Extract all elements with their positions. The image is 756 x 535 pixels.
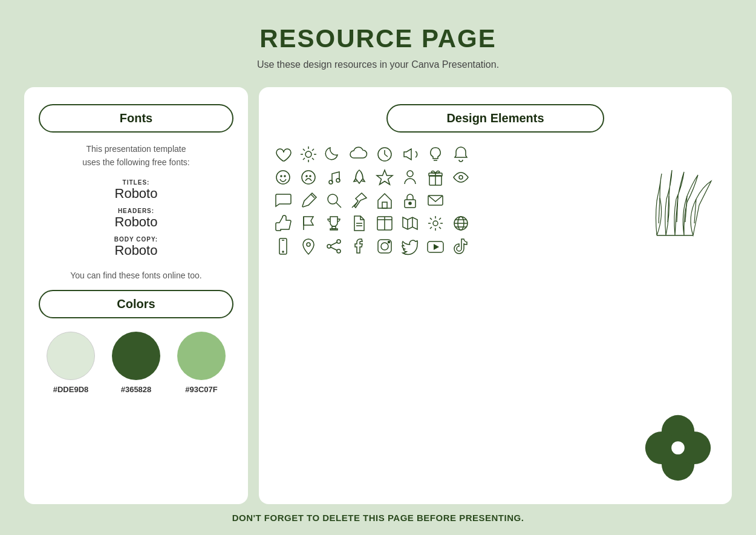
svg-point-43 <box>409 202 411 205</box>
cloud-icon <box>350 145 369 164</box>
svg-point-10 <box>305 151 311 157</box>
music-note-icon <box>324 168 344 187</box>
font-entries: TITLES: Roboto HEADERS: Roboto BODY COPY… <box>39 179 233 261</box>
color-swatch-2: #365828 <box>112 332 160 394</box>
pin-icon <box>350 191 369 210</box>
svg-point-73 <box>381 243 388 250</box>
headers-font-label: HEADERS: <box>39 208 233 214</box>
main-content: Fonts This presentation templateuses the… <box>24 87 732 504</box>
headers-font-name: Roboto <box>39 214 233 230</box>
pencil-icon <box>299 191 318 210</box>
fonts-description: This presentation templateuses the follo… <box>39 142 233 169</box>
svg-rect-47 <box>330 229 337 230</box>
svg-line-71 <box>331 248 337 251</box>
svg-point-67 <box>337 240 341 243</box>
magnifier-icon <box>324 191 344 210</box>
map-icon <box>400 214 420 233</box>
facebook-icon <box>350 237 369 256</box>
globe-icon <box>451 214 471 233</box>
svg-point-36 <box>459 176 463 179</box>
right-panel: Design Elements <box>259 87 732 504</box>
svg-line-15 <box>303 149 305 151</box>
body-font-label: BODY COPY: <box>39 236 233 243</box>
color-hex-1: #DDE9D8 <box>53 385 89 394</box>
page-title: RESOURCE PAGE <box>259 24 497 53</box>
svg-point-65 <box>282 251 284 252</box>
instagram-icon <box>375 237 394 256</box>
svg-line-16 <box>312 158 314 160</box>
phone-icon <box>273 237 293 256</box>
icon-row-5 <box>273 237 621 256</box>
svg-line-39 <box>336 203 341 208</box>
svg-marker-54 <box>403 217 417 229</box>
left-panel: Fonts This presentation templateuses the… <box>24 87 248 504</box>
sad-face-icon <box>299 168 318 187</box>
flower-icon <box>639 409 717 487</box>
svg-line-70 <box>331 243 337 246</box>
svg-point-24 <box>281 176 282 177</box>
ginkgo-leaf-icon <box>627 145 717 241</box>
location-pin-icon <box>299 237 318 256</box>
color-hex-2: #365828 <box>121 385 152 394</box>
svg-point-74 <box>388 241 390 243</box>
color-circle-3 <box>177 332 226 380</box>
fonts-header: Fonts <box>39 104 233 133</box>
svg-point-57 <box>433 221 438 226</box>
design-elements-header: Design Elements <box>386 104 604 133</box>
svg-point-32 <box>407 171 413 177</box>
thumbsup-icon <box>273 214 293 233</box>
colors-section: Colors #DDE9D8 #365828 #93C07F <box>39 290 233 394</box>
title-font-label: TITLES: <box>39 179 233 186</box>
title-font-entry: TITLES: Roboto <box>39 179 233 202</box>
book-icon <box>375 214 394 233</box>
color-hex-3: #93C07F <box>185 385 217 394</box>
svg-point-27 <box>306 176 307 177</box>
svg-line-18 <box>303 158 305 160</box>
color-circle-1 <box>47 332 95 380</box>
gift-icon <box>426 168 445 187</box>
body-font-entry: BODY COPY: Roboto <box>39 236 233 258</box>
trophy-icon <box>324 214 344 233</box>
megaphone-icon <box>400 145 420 164</box>
colors-header: Colors <box>39 290 233 318</box>
page-subtitle: Use these design resources in your Canva… <box>257 59 499 70</box>
document-icon <box>350 214 369 233</box>
happy-face-icon <box>273 168 293 187</box>
color-circle-2 <box>112 332 160 380</box>
icon-row-3 <box>273 191 621 210</box>
svg-line-17 <box>312 149 314 151</box>
svg-point-68 <box>327 245 331 248</box>
svg-line-21 <box>385 154 388 157</box>
icons-container <box>273 145 717 487</box>
bottom-note: DON'T FORGET TO DELETE THIS PAGE BEFORE … <box>232 513 524 523</box>
svg-point-26 <box>302 171 315 184</box>
color-swatches: #DDE9D8 #365828 #93C07F <box>39 332 233 394</box>
envelope-icon <box>426 191 445 210</box>
svg-point-9 <box>671 441 685 455</box>
lock-icon <box>400 191 420 210</box>
twitter-icon <box>400 237 420 256</box>
icon-row-2 <box>273 168 621 187</box>
color-swatch-3: #93C07F <box>177 332 226 394</box>
youtube-icon <box>426 237 445 256</box>
eye-icon <box>451 168 471 187</box>
svg-point-69 <box>337 249 341 253</box>
person-icon <box>400 168 420 187</box>
svg-marker-76 <box>434 244 439 250</box>
title-font-name: Roboto <box>39 186 233 202</box>
chat-bubble-icon <box>273 191 293 210</box>
lightbulb-icon <box>426 145 445 164</box>
rocket-icon <box>350 168 369 187</box>
heart-icon <box>273 145 293 164</box>
share-icon <box>324 237 344 256</box>
color-swatch-1: #DDE9D8 <box>47 332 95 394</box>
clock-icon <box>375 145 394 164</box>
svg-marker-31 <box>377 170 393 185</box>
house-icon <box>375 191 394 210</box>
headers-font-entry: HEADERS: Roboto <box>39 208 233 230</box>
svg-point-25 <box>284 176 285 177</box>
moon-icon <box>324 145 344 164</box>
svg-point-38 <box>328 194 337 204</box>
tiktok-icon <box>451 237 471 256</box>
body-font-name: Roboto <box>39 243 233 258</box>
